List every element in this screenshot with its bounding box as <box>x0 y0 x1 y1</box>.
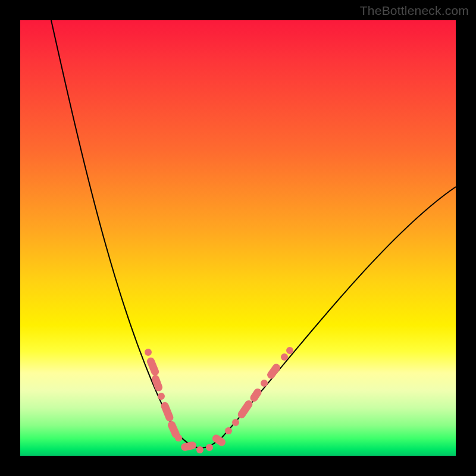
outer-frame: TheBottleneck.com <box>0 0 476 476</box>
plot-area <box>20 20 456 456</box>
marker-dot <box>225 427 232 434</box>
marker-pill <box>180 441 197 452</box>
marker-dot <box>145 349 152 356</box>
marker-pill <box>249 387 263 403</box>
marker-dot <box>261 380 268 387</box>
marker-dot <box>281 353 288 361</box>
marker-pill <box>266 362 282 380</box>
marker-dot <box>175 434 182 441</box>
bottleneck-curve <box>51 20 456 448</box>
marker-pill <box>146 356 160 377</box>
marker-dot <box>158 393 165 400</box>
marker-pill <box>160 401 175 422</box>
marker-pill <box>236 399 254 419</box>
marker-dot <box>206 444 213 451</box>
watermark-text: TheBottleneck.com <box>360 4 469 18</box>
marker-dot <box>286 347 293 354</box>
curve-svg <box>20 20 456 456</box>
marker-dot <box>232 419 239 426</box>
marker-dot <box>196 446 203 453</box>
curve-markers <box>145 347 293 453</box>
